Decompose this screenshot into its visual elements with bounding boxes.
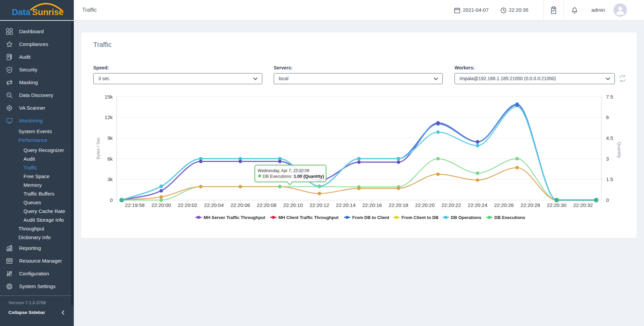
svg-text:6: 6 xyxy=(606,114,609,120)
svg-text:9k: 9k xyxy=(107,135,113,141)
svg-text:22:20:30: 22:20:30 xyxy=(547,202,566,208)
svg-text:Quantity: Quantity xyxy=(617,142,622,158)
svg-text:22:20:26: 22:20:26 xyxy=(494,202,514,208)
svg-text:12k: 12k xyxy=(105,114,113,120)
svg-text:22:20:20: 22:20:20 xyxy=(415,202,434,208)
svg-text:22:19:58: 22:19:58 xyxy=(125,202,145,208)
svg-text:DB Operations: DB Operations xyxy=(451,215,481,220)
svg-text:22:20:08: 22:20:08 xyxy=(257,202,276,208)
svg-text:22:20:32: 22:20:32 xyxy=(573,202,593,208)
svg-text:22:20:04: 22:20:04 xyxy=(204,202,224,208)
svg-text:22:20:18: 22:20:18 xyxy=(389,202,408,208)
svg-text:DB Executions: DB Executions xyxy=(494,215,525,220)
svg-text:0: 0 xyxy=(606,197,609,203)
svg-text:From Client to DB: From Client to DB xyxy=(401,215,439,220)
svg-text:Bytes / Sec: Bytes / Sec xyxy=(96,137,101,159)
svg-text:Wednesday, Apr 7, 22:20:09: Wednesday, Apr 7, 22:20:09 xyxy=(258,168,309,173)
svg-text:15k: 15k xyxy=(105,94,113,100)
svg-text:22:20:12: 22:20:12 xyxy=(310,202,329,208)
svg-text:1.5: 1.5 xyxy=(606,176,613,182)
svg-text:7.5: 7.5 xyxy=(606,94,613,100)
svg-text:22:20:14: 22:20:14 xyxy=(336,202,356,208)
svg-text:22:20:06: 22:20:06 xyxy=(230,202,250,208)
svg-text:MH Client Traffic Throughput: MH Client Traffic Throughput xyxy=(278,215,339,220)
svg-text:3: 3 xyxy=(606,156,609,162)
svg-text:22:20:28: 22:20:28 xyxy=(521,202,540,208)
svg-text:22:20:10: 22:20:10 xyxy=(283,202,303,208)
svg-text:0: 0 xyxy=(110,197,113,203)
svg-text:MH Server Traffic Throughput: MH Server Traffic Throughput xyxy=(204,215,265,220)
svg-text:From DB to Client: From DB to Client xyxy=(352,215,389,220)
svg-text:3k: 3k xyxy=(107,176,113,182)
svg-text:22:20:24: 22:20:24 xyxy=(468,202,487,208)
svg-text:22:20:22: 22:20:22 xyxy=(441,202,461,208)
svg-text:6k: 6k xyxy=(107,156,113,162)
svg-text:22:20:00: 22:20:00 xyxy=(151,202,171,208)
svg-text:22:20:02: 22:20:02 xyxy=(178,202,197,208)
svg-text:22:20:16: 22:20:16 xyxy=(362,202,382,208)
svg-text:DB Executions: 1.00 (Quantity): DB Executions: 1.00 (Quantity) xyxy=(263,174,324,179)
svg-text:4.5: 4.5 xyxy=(606,135,613,141)
